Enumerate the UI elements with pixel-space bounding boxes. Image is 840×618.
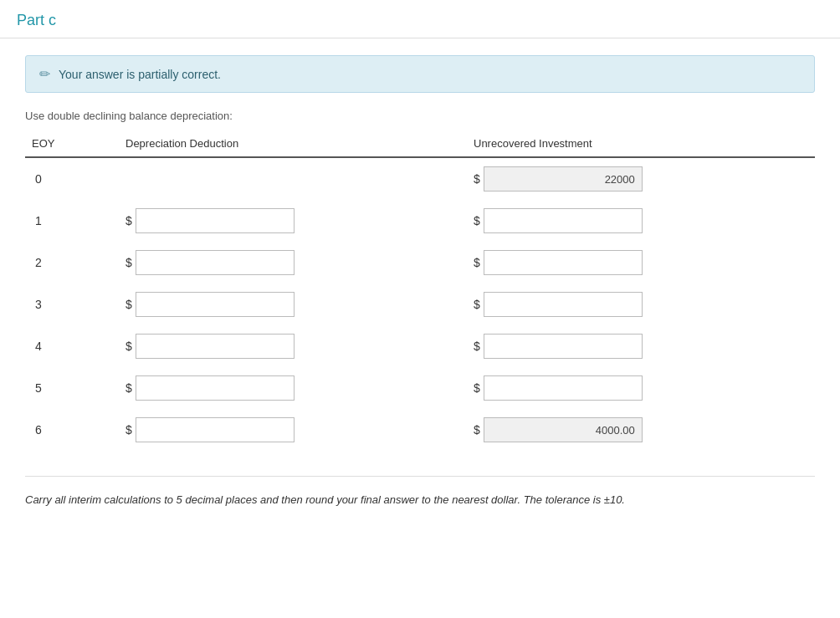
- unr-input-row-1[interactable]: [484, 208, 643, 233]
- dep-input-row-2[interactable]: [136, 250, 295, 275]
- unrecovered-cell: $: [467, 242, 815, 283]
- dollar-sign-dep: $: [125, 340, 132, 353]
- dollar-sign-dep: $: [125, 214, 132, 227]
- col-header-unrecovered: Unrecovered Investment: [467, 134, 815, 157]
- alert-message: Your answer is partially correct.: [59, 68, 221, 81]
- table-row: 2$$: [25, 242, 815, 283]
- eoy-cell: 2: [25, 242, 119, 283]
- unrecovered-input-group: $: [474, 166, 808, 192]
- col-header-eoy: EOY: [25, 134, 119, 157]
- dep-input-row-3[interactable]: [136, 292, 295, 317]
- pencil-icon: ✏: [39, 66, 50, 82]
- depreciation-input-group: $: [125, 334, 460, 359]
- unr-input-row-2[interactable]: [484, 250, 643, 275]
- unrecovered-cell: $: [467, 157, 815, 200]
- unrecovered-cell: $: [467, 367, 815, 409]
- dollar-sign-unr: $: [474, 381, 480, 395]
- depreciation-cell: $: [119, 325, 467, 367]
- depreciation-table: EOY Depreciation Deduction Unrecovered I…: [25, 134, 815, 451]
- dep-input-row-1[interactable]: [136, 208, 295, 233]
- dep-input-row-5[interactable]: [136, 375, 295, 401]
- unrecovered-input-group: $: [474, 334, 808, 359]
- unrecovered-cell: $: [467, 200, 815, 242]
- instruction-text: Use double declining balance depreciatio…: [25, 110, 815, 122]
- dollar-sign-dep: $: [125, 423, 132, 437]
- table-row: 1$$: [25, 200, 815, 242]
- depreciation-cell: $: [119, 409, 467, 451]
- unr-input-row-6: [484, 417, 643, 442]
- page-title: Part c: [17, 12, 56, 28]
- unr-input-row-0: [484, 166, 643, 192]
- eoy-cell: 5: [25, 367, 119, 409]
- depreciation-input-group: $: [125, 417, 460, 442]
- table-row: 5$$: [25, 367, 815, 409]
- dollar-sign-unr: $: [474, 423, 480, 437]
- unrecovered-input-group: $: [474, 250, 808, 275]
- depreciation-input-group: $: [125, 292, 460, 317]
- unr-input-row-5[interactable]: [484, 375, 643, 401]
- eoy-cell: 0: [25, 157, 119, 200]
- header-bar: Part c: [0, 0, 840, 38]
- unrecovered-input-group: $: [474, 292, 808, 317]
- col-header-depreciation: Depreciation Deduction: [119, 134, 467, 157]
- depreciation-cell: $: [119, 367, 467, 409]
- unrecovered-cell: $: [467, 283, 815, 325]
- footer-note: Carry all interim calculations to 5 deci…: [25, 476, 815, 506]
- depreciation-cell: [119, 157, 467, 200]
- depreciation-cell: $: [119, 200, 467, 242]
- depreciation-cell: $: [119, 242, 467, 283]
- dollar-sign-dep: $: [125, 381, 132, 395]
- table-row: 6$$: [25, 409, 815, 451]
- table-row: 0$: [25, 157, 815, 200]
- unrecovered-input-group: $: [474, 208, 808, 233]
- unrecovered-input-group: $: [474, 417, 808, 442]
- dollar-sign-unr: $: [474, 340, 480, 353]
- content-area: ✏ Your answer is partially correct. Use …: [0, 38, 840, 531]
- dollar-sign-unr: $: [474, 172, 480, 186]
- eoy-cell: 1: [25, 200, 119, 242]
- dep-input-row-4[interactable]: [136, 334, 295, 359]
- eoy-cell: 3: [25, 283, 119, 325]
- unr-input-row-4[interactable]: [484, 334, 643, 359]
- unrecovered-cell: $: [467, 325, 815, 367]
- unr-input-row-3[interactable]: [484, 292, 643, 317]
- table-row: 4$$: [25, 325, 815, 367]
- dollar-sign-unr: $: [474, 256, 480, 269]
- eoy-cell: 4: [25, 325, 119, 367]
- table-row: 3$$: [25, 283, 815, 325]
- dep-input-row-6[interactable]: [136, 417, 295, 442]
- unrecovered-input-group: $: [474, 375, 808, 401]
- table-wrapper: EOY Depreciation Deduction Unrecovered I…: [25, 134, 815, 451]
- depreciation-input-group: $: [125, 375, 460, 401]
- unrecovered-cell: $: [467, 409, 815, 451]
- dollar-sign-dep: $: [125, 298, 132, 311]
- dollar-sign-dep: $: [125, 256, 132, 269]
- depreciation-input-group: $: [125, 250, 460, 275]
- dollar-sign-unr: $: [474, 298, 480, 311]
- depreciation-cell: $: [119, 283, 467, 325]
- depreciation-input-group: $: [125, 208, 460, 233]
- page-container: Part c ✏ Your answer is partially correc…: [0, 0, 840, 618]
- alert-banner: ✏ Your answer is partially correct.: [25, 55, 815, 93]
- dollar-sign-unr: $: [474, 214, 480, 227]
- eoy-cell: 6: [25, 409, 119, 451]
